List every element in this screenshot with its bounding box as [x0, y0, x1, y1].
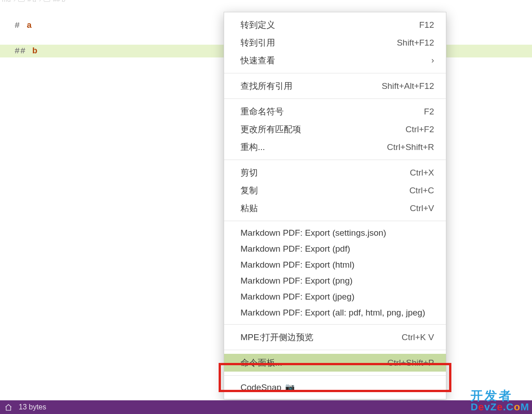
- chevron-right-icon: ›: [13, 0, 15, 3]
- chevron-right-icon: ›: [39, 0, 41, 3]
- context-menu-item[interactable]: Markdown PDF: Export (settings.json): [224, 225, 446, 241]
- context-menu[interactable]: 转到定义F12转到引用Shift+F12快速查看›查找所有引用Shift+Alt…: [224, 12, 446, 399]
- context-menu-item-label: Markdown PDF: Export (jpeg): [240, 292, 354, 302]
- breadcrumb-seg[interactable]: md: [2, 0, 10, 3]
- context-menu-item-shortcut: Ctrl+K V: [402, 332, 434, 342]
- context-menu-item[interactable]: 剪切Ctrl+X: [224, 164, 446, 181]
- breadcrumb-seg[interactable]: # a: [27, 0, 36, 3]
- context-menu-group: 命令面板...Ctrl+Shift+P: [224, 350, 446, 375]
- context-menu-item-label: Markdown PDF: Export (all: pdf, html, pn…: [240, 308, 425, 318]
- context-menu-item-label: 复制: [240, 185, 258, 197]
- status-file-size[interactable]: 13 bytes: [19, 403, 46, 411]
- context-menu-item[interactable]: 更改所有匹配项Ctrl+F2: [224, 120, 446, 138]
- context-menu-item-label: 剪切: [240, 167, 258, 179]
- folder-icon: [18, 0, 25, 2]
- context-menu-item[interactable]: MPE:打开侧边预览Ctrl+K V: [224, 328, 446, 346]
- context-menu-item[interactable]: Markdown PDF: Export (html): [224, 257, 446, 273]
- folder-icon: [44, 0, 50, 2]
- context-menu-item-label: CodeSnap: [240, 383, 281, 393]
- context-menu-item-label: 查找所有引用: [240, 80, 292, 92]
- context-menu-item-label: Markdown PDF: Export (pdf): [240, 244, 350, 254]
- context-menu-item[interactable]: 复制Ctrl+C: [224, 181, 446, 199]
- status-bar: 13 bytes: [0, 400, 532, 414]
- context-menu-item-shortcut: Ctrl+Shift+R: [387, 142, 434, 152]
- context-menu-item-label: MPE:打开侧边预览: [240, 331, 313, 343]
- markdown-hash: ##: [15, 46, 26, 56]
- context-menu-item[interactable]: 重命名符号F2: [224, 103, 446, 120]
- context-menu-item[interactable]: 查找所有引用Shift+Alt+F12: [224, 77, 446, 95]
- context-menu-item[interactable]: 粘贴Ctrl+V: [224, 199, 446, 217]
- context-menu-item-shortcut: Ctrl+V: [410, 203, 434, 213]
- context-menu-item-shortcut: F12: [419, 20, 434, 30]
- context-menu-group: 剪切Ctrl+X复制Ctrl+C粘贴Ctrl+V: [224, 160, 446, 221]
- context-menu-item[interactable]: 转到引用Shift+F12: [224, 34, 446, 52]
- context-menu-item-shortcut: Ctrl+F2: [405, 124, 434, 135]
- context-menu-group: Markdown PDF: Export (settings.json)Mark…: [224, 221, 446, 324]
- context-menu-item-label: Markdown PDF: Export (png): [240, 276, 353, 286]
- context-menu-item[interactable]: CodeSnap📷: [224, 379, 446, 395]
- context-menu-item-shortcut: Ctrl+X: [410, 168, 434, 178]
- breadcrumb: md › # a › ## b: [0, 0, 66, 2]
- breadcrumb-seg[interactable]: ## b: [53, 0, 65, 3]
- markdown-heading-text: a: [26, 21, 31, 31]
- context-menu-group: 查找所有引用Shift+Alt+F12: [224, 73, 446, 98]
- chevron-right-icon: ›: [431, 56, 434, 65]
- context-menu-item[interactable]: Markdown PDF: Export (png): [224, 273, 446, 289]
- watermark-line1: 开发者: [471, 390, 529, 402]
- markdown-heading-text: b: [32, 46, 37, 56]
- context-menu-item-label: 粘贴: [240, 202, 258, 214]
- context-menu-item-shortcut: Shift+Alt+F12: [382, 81, 434, 91]
- context-menu-item[interactable]: Markdown PDF: Export (pdf): [224, 241, 446, 257]
- context-menu-item[interactable]: Markdown PDF: Export (jpeg): [224, 289, 446, 305]
- watermark-line2: DevZe.CoM: [471, 402, 529, 412]
- context-menu-item-shortcut: Shift+F12: [397, 38, 434, 48]
- context-menu-item-label: 转到引用: [240, 37, 275, 49]
- context-menu-item-shortcut: Ctrl+Shift+P: [388, 358, 434, 368]
- home-icon[interactable]: [5, 404, 12, 411]
- context-menu-item[interactable]: 命令面板...Ctrl+Shift+P: [224, 354, 446, 372]
- context-menu-group: 转到定义F12转到引用Shift+F12快速查看›: [224, 12, 446, 73]
- context-menu-item-label: 重命名符号: [240, 106, 284, 118]
- context-menu-item-shortcut: Ctrl+C: [409, 186, 434, 196]
- context-menu-item-label: 快速查看: [240, 55, 275, 67]
- camera-icon: 📷: [285, 383, 295, 392]
- context-menu-group: 重命名符号F2更改所有匹配项Ctrl+F2重构...Ctrl+Shift+R: [224, 99, 446, 160]
- context-menu-item-label: Markdown PDF: Export (settings.json): [240, 228, 386, 238]
- markdown-hash: #: [15, 21, 20, 31]
- context-menu-item[interactable]: Markdown PDF: Export (all: pdf, html, pn…: [224, 305, 446, 321]
- context-menu-item-label: 更改所有匹配项: [240, 124, 301, 135]
- context-menu-item-label: 命令面板...: [240, 357, 282, 369]
- context-menu-group: CodeSnap📷: [224, 376, 446, 399]
- context-menu-item-label: 转到定义: [240, 19, 275, 31]
- context-menu-item-label: Markdown PDF: Export (html): [240, 260, 354, 270]
- context-menu-item[interactable]: 转到定义F12: [224, 16, 446, 34]
- watermark: 开发者 DevZe.CoM: [471, 390, 529, 412]
- context-menu-item[interactable]: 重构...Ctrl+Shift+R: [224, 138, 446, 156]
- context-menu-item-shortcut: F2: [424, 107, 434, 117]
- context-menu-item-label: 重构...: [240, 141, 265, 153]
- context-menu-group: MPE:打开侧边预览Ctrl+K V: [224, 325, 446, 350]
- context-menu-item[interactable]: 快速查看›: [224, 52, 446, 69]
